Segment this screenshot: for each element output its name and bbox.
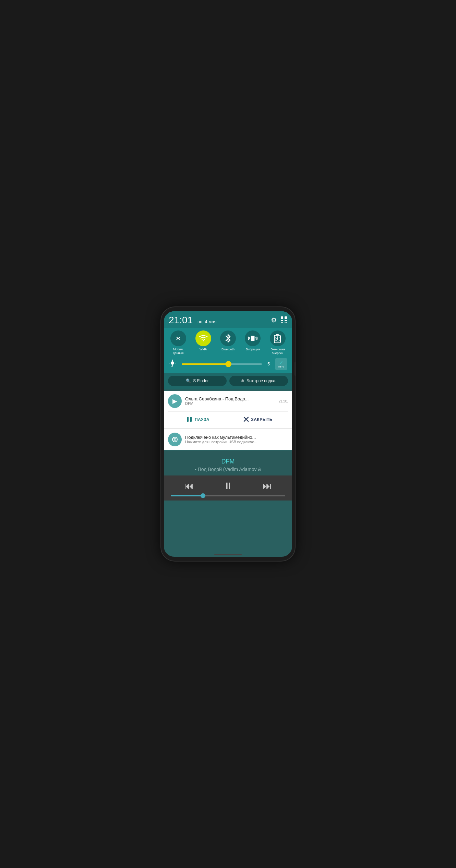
usb-notif-row: Подключено как мультимедийно... Нажмите …	[164, 429, 292, 450]
settings-icon[interactable]	[271, 316, 277, 324]
qs-tiles: Мобил.данные Wi-Fi	[164, 328, 292, 357]
notifications-area: ▶ Ольга Серябкина - Под Водо... DFM 21:0…	[164, 391, 292, 450]
notif-subtitle: DFM	[185, 401, 275, 406]
usb-subtitle: Нажмите для настройки USB подключе...	[185, 440, 288, 444]
quick-connect-label: Быстрое подкл.	[247, 378, 276, 383]
brightness-slider[interactable]	[182, 363, 262, 365]
player-progress-thumb	[201, 493, 205, 498]
notif-time: 21:01	[278, 399, 288, 403]
tile-vibration[interactable]: Вибрация	[242, 330, 263, 355]
pause-button[interactable]: ПАУЗА	[168, 414, 228, 426]
notif-actions: ПАУЗА ЗАКРЫТЬ	[164, 412, 292, 428]
player-buttons: ⏮ ⏸ ⏭	[169, 480, 287, 492]
usb-title: Подключено как мультимедийно...	[185, 435, 288, 440]
svg-rect-1	[285, 316, 287, 319]
qs-action-buttons: 🔍 S Finder ❄ Быстрое подкл.	[164, 373, 292, 389]
notif-title: Ольга Серябкина - Под Водо...	[185, 396, 275, 401]
quick-connect-icon: ❄	[241, 378, 244, 383]
player-controls: ⏮ ⏸ ⏭	[164, 475, 292, 501]
prev-button[interactable]: ⏮	[184, 480, 194, 492]
header-icons	[271, 316, 287, 325]
brightness-fill	[182, 363, 228, 365]
radio-notification[interactable]: ▶ Ольга Серябкина - Под Водо... DFM 21:0…	[164, 391, 292, 428]
vibration-label: Вибрация	[246, 348, 260, 351]
brightness-icon: A	[169, 359, 176, 369]
svg-rect-8	[251, 336, 254, 341]
svg-rect-18	[190, 417, 192, 422]
tile-wifi[interactable]: Wi-Fi	[193, 330, 214, 355]
close-icon	[243, 417, 249, 423]
auto-label: Авто	[278, 365, 284, 368]
usb-content: Подключено как мультимедийно... Нажмите …	[185, 435, 288, 444]
player-progress[interactable]	[171, 495, 285, 496]
tile-mobile-data[interactable]: Мобил.данные	[168, 330, 189, 355]
home-indicator	[214, 554, 242, 555]
wifi-icon	[195, 330, 211, 346]
brightness-value: 5	[267, 361, 272, 366]
quick-settings-panel: 21:01 пн, 4 мая	[164, 311, 292, 389]
track-name: - Под Водой (Vadim Adamov &	[195, 467, 261, 472]
phone-screen: 21:01 пн, 4 мая	[164, 311, 292, 557]
wifi-label: Wi-Fi	[200, 348, 207, 351]
mobile-data-label: Мобил.данные	[173, 348, 184, 355]
qs-header: 21:01 пн, 4 мая	[164, 311, 292, 328]
svg-rect-2	[281, 320, 283, 321]
usb-icon	[168, 433, 182, 446]
status-time: 21:01	[169, 315, 193, 326]
pause-player-button[interactable]: ⏸	[223, 480, 233, 492]
tile-power-save[interactable]: Экономияэнергии	[267, 330, 288, 355]
svg-rect-5	[285, 322, 286, 323]
svg-rect-17	[187, 417, 189, 422]
notif-play-icon: ▶	[168, 394, 182, 408]
pause-icon	[187, 417, 193, 423]
pause-label: ПАУЗА	[195, 417, 209, 422]
close-label: ЗАКРЫТЬ	[251, 417, 273, 422]
close-button[interactable]: ЗАКРЫТЬ	[228, 414, 288, 426]
usb-notification[interactable]: Подключено как мультимедийно... Нажмите …	[164, 429, 292, 450]
brightness-row: A 5 ✓ Авто	[164, 357, 292, 373]
brightness-thumb	[225, 361, 231, 367]
notif-main-row: ▶ Ольга Серябкина - Под Водо... DFM 21:0…	[164, 391, 292, 411]
phone-frame: 21:01 пн, 4 мая	[161, 307, 295, 561]
svg-rect-0	[281, 316, 283, 319]
notif-content: Ольга Серябкина - Под Водо... DFM	[185, 396, 275, 406]
s-finder-icon: 🔍	[186, 378, 191, 383]
bluetooth-label: Bluetooth	[221, 348, 235, 351]
bluetooth-icon	[220, 330, 236, 346]
vibration-icon	[245, 330, 261, 346]
next-button[interactable]: ⏭	[262, 480, 272, 492]
player-progress-fill	[171, 495, 203, 496]
grid-icon[interactable]	[280, 316, 287, 325]
quick-connect-button[interactable]: ❄ Быстрое подкл.	[229, 376, 288, 386]
power-save-icon	[270, 330, 286, 346]
radio-station: DFM	[221, 458, 235, 465]
s-finder-label: S Finder	[193, 378, 208, 383]
power-save-label: Экономияэнергии	[271, 348, 285, 355]
tile-bluetooth[interactable]: Bluetooth	[217, 330, 239, 355]
status-date: пн, 4 мая	[197, 319, 217, 324]
svg-text:A: A	[171, 365, 173, 367]
app-background: DFM - Под Водой (Vadim Adamov &	[164, 451, 292, 475]
svg-rect-3	[285, 320, 287, 321]
svg-point-11	[171, 361, 174, 365]
svg-rect-10	[276, 334, 279, 336]
mobile-data-icon	[170, 330, 186, 346]
svg-rect-4	[281, 322, 283, 323]
volume-button	[295, 362, 296, 376]
svg-rect-6	[286, 322, 287, 323]
auto-check-icon: ✓	[279, 360, 283, 365]
auto-brightness-button[interactable]: ✓ Авто	[275, 358, 287, 370]
s-finder-button[interactable]: 🔍 S Finder	[168, 376, 227, 386]
